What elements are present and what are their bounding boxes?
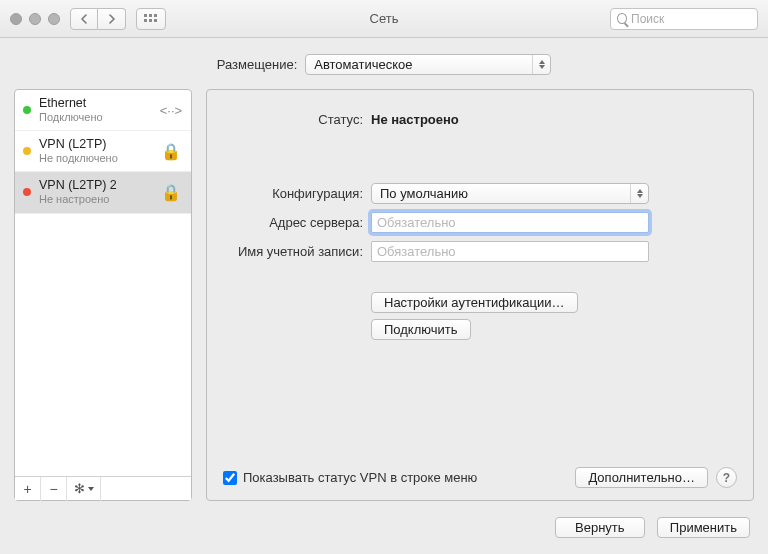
service-actions-button[interactable]: ✻ <box>67 477 101 501</box>
chevron-updown-icon <box>630 184 648 203</box>
service-text: VPN (L2TP) 2 Не настроено <box>39 178 159 206</box>
footer: Вернуть Применить <box>0 509 768 554</box>
show-vpn-status-checkbox[interactable] <box>223 471 237 485</box>
location-label: Размещение: <box>217 57 298 72</box>
service-list: Ethernet Подключено <··> VPN (L2TP) Не п… <box>15 90 191 476</box>
show-vpn-status-label: Показывать статус VPN в строке меню <box>243 470 477 485</box>
close-icon[interactable] <box>10 13 22 25</box>
config-value: По умолчанию <box>380 186 468 201</box>
search-field[interactable] <box>610 8 758 30</box>
server-label: Адрес сервера: <box>207 215 371 230</box>
svg-rect-1 <box>149 14 152 17</box>
location-popup[interactable]: Автоматическое <box>305 54 551 75</box>
config-popup[interactable]: По умолчанию <box>371 183 649 204</box>
status-row: Статус: Не настроено <box>207 112 735 127</box>
service-item-vpn[interactable]: VPN (L2TP) Не подключено 🔒 <box>15 131 191 172</box>
account-row: Имя учетной записи: <box>207 241 735 262</box>
config-row: Конфигурация: По умолчанию <box>207 183 735 204</box>
auth-settings-button[interactable]: Настройки аутентификации… <box>371 292 578 313</box>
status-label: Статус: <box>207 112 371 127</box>
search-input[interactable] <box>631 12 751 26</box>
menu-bar-row: Показывать статус VPN в строке меню Допо… <box>223 467 737 488</box>
chevron-down-icon <box>88 487 94 491</box>
connect-button[interactable]: Подключить <box>371 319 471 340</box>
auth-row: Настройки аутентификации… <box>207 292 735 313</box>
svg-rect-5 <box>154 19 157 22</box>
chevron-right-icon <box>107 14 116 24</box>
service-name: Ethernet <box>39 96 159 111</box>
add-service-button[interactable]: + <box>15 477 41 501</box>
account-input[interactable] <box>371 241 649 262</box>
service-tools: + − ✻ <box>15 476 191 500</box>
status-dot-icon <box>23 188 31 196</box>
zoom-icon[interactable] <box>48 13 60 25</box>
traffic-lights <box>10 13 60 25</box>
main-row: Ethernet Подключено <··> VPN (L2TP) Не п… <box>0 89 768 509</box>
show-all-button[interactable] <box>136 8 166 30</box>
nav-buttons <box>70 8 126 30</box>
server-input[interactable] <box>371 212 649 233</box>
service-status: Не подключено <box>39 152 159 165</box>
service-name: VPN (L2TP) 2 <box>39 178 159 193</box>
revert-button[interactable]: Вернуть <box>555 517 645 538</box>
help-button[interactable]: ? <box>716 467 737 488</box>
config-label: Конфигурация: <box>207 186 371 201</box>
apply-button[interactable]: Применить <box>657 517 750 538</box>
svg-rect-3 <box>144 19 147 22</box>
service-text: VPN (L2TP) Не подключено <box>39 137 159 165</box>
service-status: Не настроено <box>39 193 159 206</box>
forward-button[interactable] <box>98 8 126 30</box>
back-button[interactable] <box>70 8 98 30</box>
service-item-ethernet[interactable]: Ethernet Подключено <··> <box>15 90 191 131</box>
server-row: Адрес сервера: <box>207 212 735 233</box>
connect-row: Подключить <box>207 319 735 340</box>
remove-service-button[interactable]: − <box>41 477 67 501</box>
svg-rect-2 <box>154 14 157 17</box>
grid-icon <box>144 14 158 24</box>
location-row: Размещение: Автоматическое <box>0 38 768 89</box>
service-item-vpn-2[interactable]: VPN (L2TP) 2 Не настроено 🔒 <box>15 172 191 213</box>
titlebar: Сеть <box>0 0 768 38</box>
lock-icon: 🔒 <box>159 181 183 203</box>
svg-rect-4 <box>149 19 152 22</box>
service-sidebar: Ethernet Подключено <··> VPN (L2TP) Не п… <box>14 89 192 501</box>
account-label: Имя учетной записи: <box>207 244 371 259</box>
content: Размещение: Автоматическое Ethernet Подк… <box>0 38 768 554</box>
svg-rect-0 <box>144 14 147 17</box>
advanced-button[interactable]: Дополнительно… <box>575 467 708 488</box>
ethernet-icon: <··> <box>159 99 183 121</box>
service-status: Подключено <box>39 111 159 124</box>
status-dot-icon <box>23 106 31 114</box>
minimize-icon[interactable] <box>29 13 41 25</box>
gear-icon: ✻ <box>74 481 85 496</box>
search-icon <box>617 13 627 24</box>
chevron-updown-icon <box>532 55 550 74</box>
chevron-left-icon <box>80 14 89 24</box>
status-dot-icon <box>23 147 31 155</box>
status-value: Не настроено <box>371 112 735 127</box>
location-value: Автоматическое <box>314 57 412 72</box>
lock-icon: 🔒 <box>159 140 183 162</box>
detail-panel: Статус: Не настроено Конфигурация: По ум… <box>206 89 754 501</box>
service-text: Ethernet Подключено <box>39 96 159 124</box>
service-name: VPN (L2TP) <box>39 137 159 152</box>
